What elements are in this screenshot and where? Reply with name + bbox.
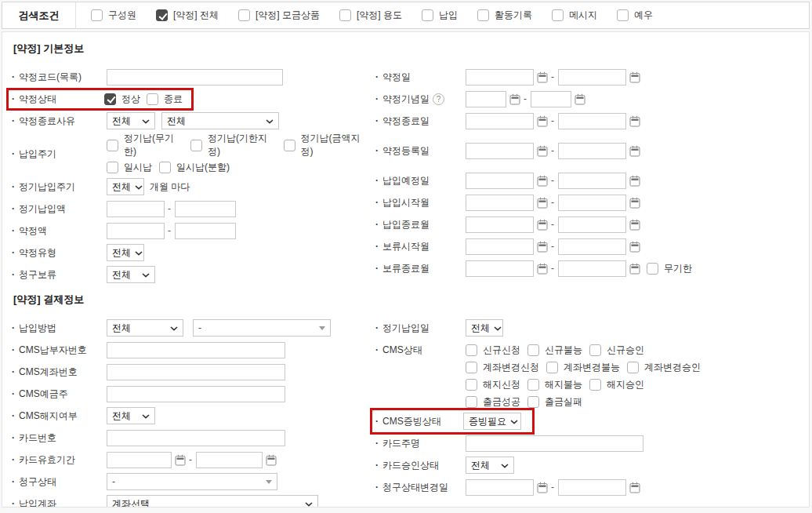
checkbox[interactable] — [159, 162, 171, 173]
pay-start-month-to-input[interactable] — [558, 195, 626, 211]
pay-cycle-lump-split[interactable]: 일시납(분할) — [159, 161, 230, 174]
bill-change-date-to-input[interactable] — [558, 479, 626, 496]
pay-end-month-from-input[interactable] — [466, 216, 534, 233]
hold-end-month-to-input[interactable] — [558, 260, 626, 277]
checkbox[interactable] — [147, 93, 158, 105]
calendar-icon[interactable] — [629, 71, 640, 83]
cms-status-cancel-request[interactable]: 해지신청 — [466, 378, 520, 391]
checkbox[interactable] — [589, 379, 601, 391]
calendar-icon[interactable] — [629, 197, 640, 209]
filter-item-pledge-all[interactable]: [약정] 전체 — [156, 9, 219, 22]
cms-status-cancel-fail[interactable]: 해지불능 — [527, 378, 582, 391]
register-date-from-input[interactable] — [466, 143, 534, 159]
checkbox[interactable] — [627, 362, 639, 373]
card-name-input[interactable] — [466, 435, 643, 452]
end-date-to-input[interactable] — [558, 113, 626, 129]
checkbox[interactable] — [647, 263, 658, 275]
checkbox[interactable] — [156, 9, 168, 21]
calendar-icon[interactable] — [537, 145, 548, 157]
hold-start-month-to-input[interactable] — [558, 238, 626, 255]
cms-status-new-fail[interactable]: 신규불능 — [527, 344, 582, 357]
filter-item-pledge-usage[interactable]: [약정] 용도 — [339, 9, 402, 22]
calendar-icon[interactable] — [537, 482, 548, 493]
pay-end-month-to-input[interactable] — [558, 216, 626, 233]
regular-amount-to-input[interactable] — [175, 201, 236, 217]
pay-cycle-regular-amount[interactable]: 정기납(금액지정) — [284, 132, 370, 158]
anniversary-from-input[interactable] — [466, 91, 506, 107]
checkbox[interactable] — [190, 140, 202, 151]
filter-item-pledge-product[interactable]: [약정] 모금상품 — [238, 9, 320, 22]
pay-account-select[interactable]: 계좌선택 — [107, 495, 318, 508]
end-reason-select-1[interactable]: 전체 — [107, 112, 155, 129]
cms-payer-no-input[interactable] — [107, 342, 285, 358]
cms-status-withdraw-success[interactable]: 출금성공 — [466, 395, 520, 409]
checkbox[interactable] — [527, 379, 539, 391]
bill-change-date-from-input[interactable] — [466, 479, 534, 496]
calendar-icon[interactable] — [537, 71, 548, 83]
checkbox[interactable] — [546, 362, 558, 373]
pay-method-select-1[interactable]: 전체 — [107, 319, 183, 337]
calendar-icon[interactable] — [629, 263, 640, 275]
cms-proof-select[interactable]: 증빙필요 — [463, 413, 521, 430]
no-limit-option[interactable]: 무기한 — [647, 262, 692, 275]
pledge-amount-from-input[interactable] — [107, 223, 165, 239]
filter-item-courtesy[interactable]: 예우 — [617, 9, 653, 22]
calendar-icon[interactable] — [537, 241, 548, 253]
calendar-icon[interactable] — [629, 482, 640, 493]
checkbox[interactable] — [107, 162, 118, 173]
pledge-amount-to-input[interactable] — [175, 223, 236, 239]
anniversary-to-input[interactable] — [531, 91, 571, 107]
card-valid-to-input[interactable] — [196, 452, 263, 468]
filter-item-message[interactable]: 메시지 — [552, 9, 597, 22]
hold-start-month-from-input[interactable] — [466, 238, 534, 255]
checkbox[interactable] — [104, 93, 116, 105]
calendar-icon[interactable] — [629, 241, 640, 253]
pay-due-date-from-input[interactable] — [466, 173, 534, 189]
checkbox[interactable] — [422, 9, 433, 21]
calendar-icon[interactable] — [266, 454, 277, 466]
cms-account-no-input[interactable] — [107, 364, 285, 380]
cms-status-acct-change-fail[interactable]: 계좌변경불능 — [546, 361, 620, 374]
billing-hold-select[interactable]: 전체 — [107, 266, 155, 283]
card-approve-select[interactable]: 전체 — [466, 457, 514, 474]
checkbox[interactable] — [527, 396, 539, 408]
cms-holder-input[interactable] — [107, 386, 285, 402]
bill-status-select[interactable]: - — [107, 473, 277, 490]
checkbox[interactable] — [339, 9, 351, 21]
pledge-date-from-input[interactable] — [466, 69, 534, 86]
cms-status-cancel-approve[interactable]: 해지승인 — [589, 378, 644, 391]
filter-item-payment[interactable]: 납입 — [422, 9, 458, 22]
cms-cancel-select[interactable]: 전체 — [107, 407, 155, 424]
pay-start-month-from-input[interactable] — [466, 195, 534, 211]
help-icon[interactable] — [433, 93, 444, 105]
checkbox[interactable] — [527, 344, 539, 356]
calendar-icon[interactable] — [509, 93, 520, 105]
pay-cycle-regular-term[interactable]: 정기납(기한지정) — [190, 132, 277, 158]
pay-cycle-regular-unlimited[interactable]: 정기납(무기한) — [107, 132, 183, 158]
calendar-icon[interactable] — [537, 263, 548, 275]
calendar-icon[interactable] — [175, 454, 186, 466]
pay-due-date-to-input[interactable] — [558, 173, 626, 189]
pledge-status-ended[interactable]: 종료 — [147, 93, 183, 106]
card-no-input[interactable] — [107, 430, 285, 446]
cms-status-new-approve[interactable]: 신규승인 — [589, 344, 644, 357]
checkbox[interactable] — [107, 140, 118, 151]
calendar-icon[interactable] — [575, 93, 585, 105]
checkbox[interactable] — [284, 140, 295, 151]
calendar-icon[interactable] — [629, 115, 640, 127]
pledge-type-select[interactable]: 전체 — [107, 244, 144, 261]
checkbox[interactable] — [552, 9, 564, 21]
pledge-code-input[interactable] — [107, 69, 283, 86]
pay-method-select-2[interactable]: - — [193, 319, 331, 337]
regular-cycle-select[interactable]: 전체 — [107, 178, 144, 195]
cms-status-new-request[interactable]: 신규신청 — [466, 344, 520, 357]
checkbox[interactable] — [617, 9, 629, 21]
checkbox[interactable] — [238, 9, 250, 21]
calendar-icon[interactable] — [537, 115, 548, 127]
pay-cycle-lump[interactable]: 일시납 — [107, 161, 152, 174]
checkbox[interactable] — [466, 396, 477, 408]
calendar-icon[interactable] — [537, 197, 548, 209]
cms-status-acct-change-approve[interactable]: 계좌변경승인 — [627, 361, 701, 374]
calendar-icon[interactable] — [629, 175, 640, 187]
card-valid-from-input[interactable] — [107, 452, 172, 468]
